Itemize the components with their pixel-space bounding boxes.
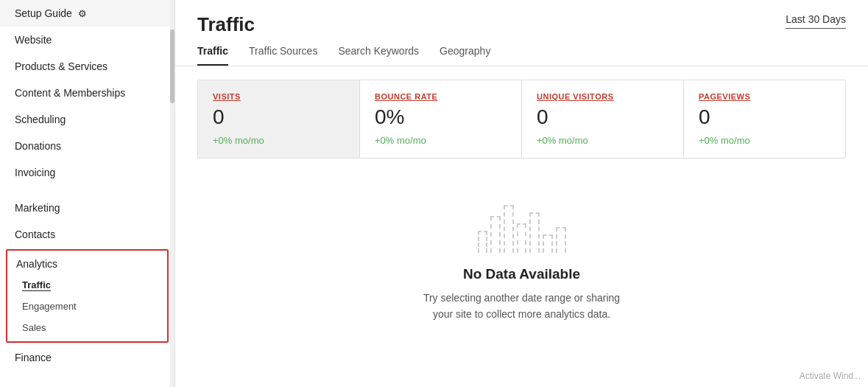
chart-bar-1 [478,231,488,253]
no-data-title: No Data Available [463,266,580,282]
tabs-bar: Traffic Traffic Sources Search Keywords … [175,36,868,66]
stats-row: VISITS 0 +0% mo/mo BOUNCE RATE 0% +0% mo… [197,80,846,158]
sidebar-item-scheduling[interactable]: Scheduling [0,106,174,133]
chart-placeholder [478,201,566,253]
sidebar-item-setup-guide[interactable]: Setup Guide ⚙ [0,0,174,27]
page-title: Traffic [197,13,255,36]
scrollbar-track[interactable] [170,0,174,387]
sidebar-item-contacts[interactable]: Contacts [0,221,174,248]
finance-label: Finance [15,352,52,363]
main-content: Traffic Last 30 Days Traffic Traffic Sou… [175,0,868,387]
sidebar-item-donations[interactable]: Donations [0,133,174,159]
invoicing-label: Invoicing [15,167,55,178]
unique-visitors-label[interactable]: UNIQUE VISITORS [537,92,668,101]
bounce-rate-change: +0% mo/mo [375,135,507,146]
pageviews-change: +0% mo/mo [699,135,830,146]
chart-bar-3 [504,205,514,253]
settings-icon: ⚙ [78,8,87,19]
stat-card-bounce-rate[interactable]: BOUNCE RATE 0% +0% mo/mo [360,80,522,158]
analytics-label: Analytics [7,254,167,274]
stat-card-pageviews[interactable]: PAGEVIEWS 0 +0% mo/mo [684,80,845,158]
tab-traffic[interactable]: Traffic [197,45,228,66]
unique-visitors-value: 0 [537,105,668,129]
tab-geography[interactable]: Geography [440,45,490,66]
chart-bar-5 [529,212,540,253]
stat-card-visits[interactable]: VISITS 0 +0% mo/mo [198,80,360,158]
sidebar-item-finance[interactable]: Finance [0,344,174,371]
donations-label: Donations [15,140,61,152]
sidebar-item-content-memberships[interactable]: Content & Memberships [0,80,174,106]
chart-bar-2 [490,216,501,253]
pageviews-label[interactable]: PAGEVIEWS [699,92,830,101]
main-header: Traffic Last 30 Days [175,0,868,36]
unique-visitors-change: +0% mo/mo [537,135,668,146]
tab-traffic-sources[interactable]: Traffic Sources [249,45,317,66]
sidebar-item-engagement[interactable]: Engagement [7,296,167,317]
chart-bar-6 [543,234,553,253]
sidebar-item-traffic[interactable]: Traffic [7,274,167,296]
sidebar: Setup Guide ⚙ Website Products & Service… [0,0,175,387]
activate-watermark: Activate Wind... [800,371,861,381]
stat-card-unique-visitors[interactable]: UNIQUE VISITORS 0 +0% mo/mo [522,80,684,158]
chart-bar-7 [556,227,566,253]
tab-search-keywords[interactable]: Search Keywords [338,45,419,66]
visits-value: 0 [213,105,345,129]
visits-label[interactable]: VISITS [213,92,345,101]
sidebar-item-marketing[interactable]: Marketing [0,195,174,221]
analytics-section: Analytics Traffic Engagement Sales [6,249,169,343]
bounce-rate-value: 0% [375,105,507,129]
chart-bar-4 [517,223,527,253]
visits-change: +0% mo/mo [213,135,345,146]
content-memberships-label: Content & Memberships [15,87,125,99]
setup-guide-label: Setup Guide [15,7,72,19]
no-data-section: No Data Available Try selecting another … [175,158,868,387]
pageviews-value: 0 [699,105,830,129]
scrollbar-thumb[interactable] [170,29,174,103]
products-services-label: Products & Services [15,60,107,72]
date-range-selector[interactable]: Last 30 Days [786,13,846,29]
scheduling-label: Scheduling [15,114,66,125]
bounce-rate-label[interactable]: BOUNCE RATE [375,92,507,101]
contacts-label: Contacts [15,229,55,240]
sidebar-item-invoicing[interactable]: Invoicing [0,159,174,186]
sidebar-item-sales[interactable]: Sales [7,317,167,338]
sidebar-item-website[interactable]: Website [0,27,174,53]
sidebar-item-products-services[interactable]: Products & Services [0,53,174,80]
website-label: Website [15,34,52,46]
marketing-label: Marketing [15,202,60,214]
no-data-description: Try selecting another date range or shar… [423,290,620,323]
